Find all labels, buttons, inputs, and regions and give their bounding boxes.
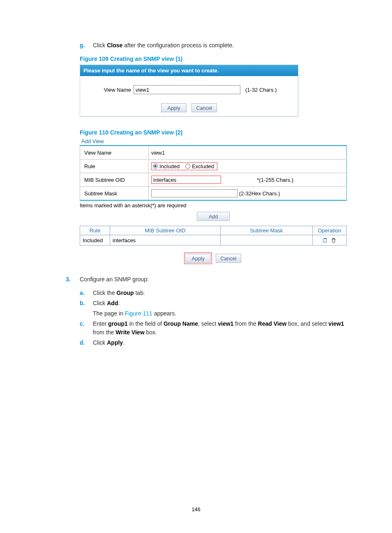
mib-oid-highlight	[151, 176, 221, 184]
row-mib-oid: MIB Subtree OID *(1-255 Chars.)	[80, 173, 347, 187]
cell-rule: Included	[80, 235, 110, 246]
cancel-button[interactable]: Cancel	[191, 103, 217, 112]
step-g-text: Click Close after the configuration proc…	[93, 41, 351, 50]
results-grid: Rule MIB Subtree OID Subtree Mask Operat…	[80, 226, 347, 246]
trash-icon[interactable]	[331, 237, 337, 243]
form-table: View Name view1 Rule Included Excluded	[80, 145, 347, 201]
sub-body: Click the Group tab.	[93, 289, 351, 297]
col-rule: Rule	[80, 226, 110, 235]
text: in the field of	[128, 320, 164, 327]
text: tab.	[134, 290, 145, 296]
text: Click the	[93, 290, 117, 296]
add-button[interactable]: Add	[197, 212, 230, 221]
subtree-mask-label: Subtree Mask	[80, 187, 149, 201]
radio-excluded-label: Excluded	[192, 163, 214, 169]
step-3d: d. Click Apply.	[80, 338, 351, 347]
col-subtree-mask: Subtree Mask	[221, 226, 313, 235]
mib-oid-label: MIB Subtree OID	[80, 173, 149, 187]
view-name-hint: (1-32 Chars.)	[245, 87, 277, 93]
bold: Write View	[115, 329, 144, 336]
step-g: g. Click Close after the configuration p…	[80, 41, 351, 50]
grid-data-row: Included interfaces	[80, 235, 347, 246]
apply-cancel-row: Apply Cancel	[80, 254, 347, 263]
view-name-row: View Name (1-32 Chars.)	[84, 85, 294, 94]
figure-110-caption: Figure 110 Creating an SNMP view (2)	[80, 129, 351, 136]
radio-excluded[interactable]: Excluded	[185, 163, 214, 169]
step-3b: b. Click Add. The page in Figure 111 app…	[80, 299, 351, 318]
text: appears.	[152, 310, 176, 317]
button-row: Apply Cancel	[84, 103, 294, 112]
rule-label: Rule	[80, 160, 149, 173]
bold-group: Group	[117, 290, 134, 296]
row-view-name: View Name view1	[80, 146, 347, 160]
mib-oid-input[interactable]	[151, 176, 221, 184]
view-name-label: View Name	[80, 146, 149, 160]
view-name-input[interactable]	[134, 85, 240, 94]
row-rule: Rule Included Excluded	[80, 160, 347, 173]
sub-body: Enter group1 in the field of Group Name,…	[93, 320, 351, 337]
col-mib-oid: MIB Subtree OID	[110, 226, 221, 235]
required-note: Items marked with an asterisk(*) are req…	[80, 202, 347, 209]
subtree-mask-hint: (2-32Hex Chars.)	[239, 190, 280, 197]
step-3a: a. Click the Group tab.	[80, 289, 351, 297]
text: box, and select	[286, 320, 328, 327]
rule-radio-group: Included Excluded	[151, 162, 217, 170]
apply-button[interactable]: Apply	[185, 254, 211, 263]
view-name-label: View Name	[94, 87, 131, 93]
radio-dot-icon	[153, 164, 158, 169]
cell-oid: interfaces	[110, 235, 221, 246]
text: Click	[93, 339, 107, 346]
text: The page in	[93, 310, 125, 317]
subtree-mask-input[interactable]	[151, 189, 238, 197]
text: from the	[93, 329, 115, 336]
text: Click	[93, 300, 107, 306]
cell-operation	[313, 235, 347, 246]
cell-mask	[221, 235, 313, 246]
text: , select	[198, 320, 218, 327]
view-name-value: view1	[149, 146, 347, 160]
bold-apply: Apply	[107, 339, 123, 346]
bold-close: Close	[107, 42, 122, 49]
sub-body: Click Apply.	[93, 338, 351, 347]
step-3c: c. Enter group1 in the field of Group Na…	[80, 320, 351, 337]
dialog-header: Please input the name of the view you wa…	[80, 65, 298, 76]
col-operation: Operation	[313, 226, 347, 235]
step-3-marker: 3.	[66, 275, 74, 284]
sub-body: Click Add. The page in Figure 111 appear…	[93, 299, 351, 318]
bold: view1	[218, 320, 233, 327]
add-button-row: Add	[80, 212, 347, 221]
cancel-button[interactable]: Cancel	[216, 254, 241, 263]
bold-add: Add	[107, 300, 118, 306]
radio-included-label: Included	[159, 163, 180, 169]
figure-109-panel: Please input the name of the view you wa…	[80, 65, 298, 117]
row-subtree-mask: Subtree Mask (2-32Hex Chars.)	[80, 187, 347, 201]
step-3-text: Configure an SNMP group:	[80, 275, 149, 284]
sub-marker: d.	[80, 338, 87, 347]
text: .	[123, 339, 125, 346]
apply-button[interactable]: Apply	[161, 103, 187, 112]
bold: Read View	[258, 320, 287, 327]
figure-109-caption: Figure 109 Creating an SNMP view (1)	[80, 56, 351, 62]
radio-included[interactable]: Included	[153, 163, 180, 169]
step-g-marker: g.	[80, 41, 87, 50]
text: after the configuration process is compl…	[122, 42, 234, 49]
text: Click	[93, 42, 107, 49]
figure-111-link[interactable]: Figure 111	[125, 310, 152, 317]
add-view-heading: Add View	[81, 138, 347, 144]
text: from the	[233, 320, 258, 327]
svg-rect-0	[323, 239, 327, 243]
sub-marker: c.	[80, 320, 87, 337]
grid-header-row: Rule MIB Subtree OID Subtree Mask Operat…	[80, 226, 347, 235]
radio-empty-icon	[185, 164, 190, 169]
dialog-body: View Name (1-32 Chars.) Apply Cancel	[80, 76, 298, 116]
mib-oid-hint: *(1-255 Chars.)	[257, 177, 293, 183]
text: box.	[145, 329, 157, 336]
step-3: 3. Configure an SNMP group:	[66, 275, 351, 284]
figure-110-panel: Add View View Name view1 Rule Included	[80, 138, 347, 263]
bold: group1	[108, 320, 127, 327]
sub-marker: a.	[80, 289, 87, 297]
edit-icon[interactable]	[323, 237, 328, 243]
text: .	[118, 300, 120, 306]
page-number: 146	[0, 506, 392, 512]
bold: view1	[328, 320, 344, 327]
